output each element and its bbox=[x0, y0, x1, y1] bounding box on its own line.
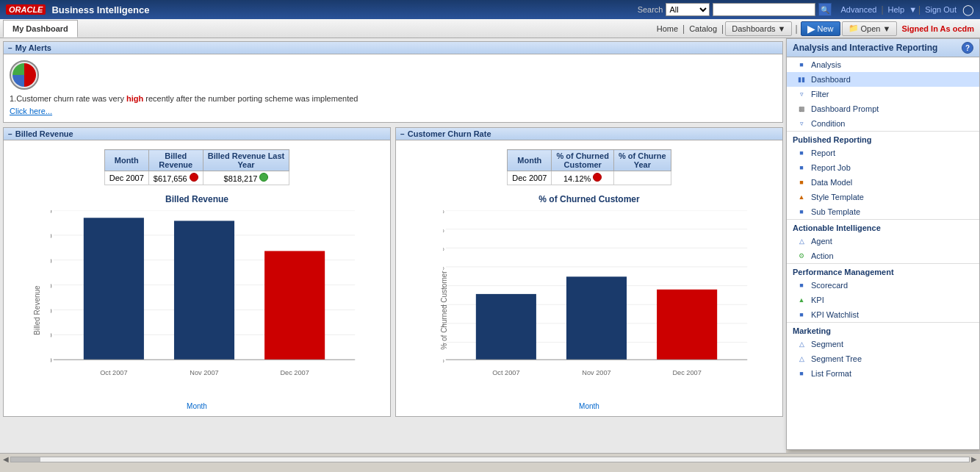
category-performance-management: Performance Management bbox=[787, 263, 979, 278]
dashboards-button[interactable]: Dashboards ▼ bbox=[725, 21, 792, 36]
col-churned-customer: % of ChurnedCustomer bbox=[552, 150, 614, 171]
scorecard-icon: ■ bbox=[796, 280, 807, 290]
dropdown-item-sub-template[interactable]: ■ Sub Template bbox=[787, 204, 979, 219]
dropdown-item-agent[interactable]: △ Agent bbox=[787, 234, 979, 248]
dropdown-item-analysis[interactable]: ■ Analysis bbox=[787, 57, 979, 72]
svg-rect-41 bbox=[657, 290, 717, 360]
alerts-header: − My Alerts bbox=[4, 42, 782, 54]
red-dot bbox=[190, 173, 198, 182]
help-button[interactable]: ? bbox=[962, 42, 973, 54]
nav-bar: My Dashboard Home | Catalog | Dashboards… bbox=[0, 19, 980, 38]
alerts-toggle[interactable]: − bbox=[8, 44, 12, 52]
home-link[interactable]: Home bbox=[654, 24, 681, 33]
billed-revenue-header: − Billed Revenue bbox=[4, 128, 390, 140]
new-icon: ▶ bbox=[807, 23, 815, 35]
category-published-reporting: Published Reporting bbox=[787, 131, 979, 146]
svg-text:$750,000.00: $750,000.00 bbox=[51, 232, 52, 240]
svg-text:12.00%: 12.00% bbox=[443, 245, 444, 252]
svg-rect-39 bbox=[476, 294, 536, 360]
dropdown-item-scorecard[interactable]: ■ Scorecard bbox=[787, 278, 979, 293]
dropdown-item-style-template[interactable]: ▲ Style Template bbox=[787, 190, 979, 204]
report-icon: ■ bbox=[796, 148, 807, 158]
help-link[interactable]: Help bbox=[885, 5, 908, 14]
churn-rate-body: Month % of ChurnedCustomer % of ChurneYe… bbox=[396, 140, 782, 416]
horizontal-scrollbar[interactable] bbox=[10, 457, 970, 462]
svg-rect-15 bbox=[174, 221, 234, 360]
click-here-link[interactable]: Click here... bbox=[10, 107, 52, 115]
churn-y-label: % of Churned Customer bbox=[440, 271, 448, 349]
dropdown-item-condition[interactable]: ▿ Condition bbox=[787, 116, 979, 131]
signed-in-label: Signed In As ocdm bbox=[898, 24, 977, 33]
tab-my-dashboard[interactable]: My Dashboard bbox=[3, 20, 78, 37]
signout-icon: ◯ bbox=[962, 4, 974, 15]
new-button[interactable]: ▶ New bbox=[801, 21, 840, 36]
svg-text:Dec 2007: Dec 2007 bbox=[280, 369, 309, 376]
billed-revenue-body: Month BilledRevenue Billed Revenue LastY… bbox=[4, 140, 390, 416]
svg-text:0.00%: 0.00% bbox=[443, 357, 444, 364]
bottom-scrollbar[interactable]: ◀ ▶ bbox=[0, 453, 980, 465]
dropdown-item-action[interactable]: ⚙ Action bbox=[787, 248, 979, 263]
condition-icon: ▿ bbox=[796, 118, 807, 129]
col-billed-revenue: BilledRevenue bbox=[148, 150, 203, 171]
dropdown-item-report[interactable]: ■ Report bbox=[787, 146, 979, 160]
dropdown-item-data-model[interactable]: ■ Data Model bbox=[787, 175, 979, 190]
col-billed-last-year: Billed Revenue LastYear bbox=[203, 150, 289, 171]
dropdown-item-dashboard[interactable]: ▮▮ Dashboard bbox=[787, 72, 979, 87]
catalog-link[interactable]: Catalog bbox=[686, 24, 720, 33]
svg-text:$150,000.00: $150,000.00 bbox=[51, 332, 52, 339]
dropdown-item-report-job[interactable]: ■ Report Job bbox=[787, 160, 979, 175]
billed-toggle[interactable]: − bbox=[8, 130, 12, 138]
oracle-logo: ORACLE bbox=[6, 4, 46, 15]
search-button[interactable]: 🔍 bbox=[818, 3, 832, 16]
report-job-icon: ■ bbox=[796, 162, 807, 173]
svg-text:Oct 2007: Oct 2007 bbox=[100, 369, 127, 376]
billed-revenue-table: Month BilledRevenue Billed Revenue LastY… bbox=[104, 149, 290, 185]
green-dot bbox=[259, 173, 268, 182]
search-label: Search bbox=[638, 5, 663, 14]
advanced-link[interactable]: Advanced bbox=[837, 5, 879, 14]
style-template-icon: ▲ bbox=[796, 192, 807, 202]
churn-toggle[interactable]: − bbox=[400, 130, 405, 138]
churn-rate-svg: 16.00% 14.00% 12.00% 10.00% 8.00% 6.00% … bbox=[443, 210, 750, 384]
category-actionable-intelligence: Actionable Intelligence bbox=[787, 219, 979, 234]
table-row: Dec 2007 $617,656 $818,217 bbox=[104, 171, 289, 185]
table-row: Dec 2007 14.12% bbox=[508, 171, 671, 185]
dropdown-item-kpi[interactable]: ▲ KPI bbox=[787, 293, 979, 307]
signout-link[interactable]: Sign Out bbox=[922, 5, 959, 14]
churn-rate-header: − Customer Churn Rate bbox=[396, 128, 782, 140]
dropdown-item-list-format[interactable]: ■ List Format bbox=[787, 366, 979, 381]
scrollbar-thumb[interactable] bbox=[11, 457, 40, 462]
top-bar: ORACLE Business Intelligence Search All … bbox=[0, 0, 980, 19]
churn-rate-chart: % of Churned Customer bbox=[399, 207, 779, 413]
billed-revenue-chart: Billed Revenue $900,000.00 bbox=[7, 207, 387, 413]
segment-tree-icon: △ bbox=[796, 354, 807, 364]
alerts-body: 1.Customer churn rate was very high rece… bbox=[4, 54, 782, 122]
svg-text:$300,000.00: $300,000.00 bbox=[51, 307, 52, 315]
dropdown-item-segment[interactable]: △ Segment bbox=[787, 337, 979, 351]
svg-text:$900,000.00: $900,000.00 bbox=[51, 210, 52, 215]
open-button[interactable]: 📁 Open ▼ bbox=[842, 21, 898, 36]
svg-text:$0.00: $0.00 bbox=[51, 357, 52, 364]
churn-rate-section: − Customer Churn Rate Month % of Churned… bbox=[395, 127, 783, 417]
svg-rect-14 bbox=[84, 218, 144, 360]
svg-text:Nov 2007: Nov 2007 bbox=[190, 369, 218, 376]
dashboard-area: − My Alerts 1.Customer churn rate was ve… bbox=[0, 38, 786, 453]
churn-rate-table: Month % of ChurnedCustomer % of ChurneYe… bbox=[507, 149, 671, 185]
charts-row: − Billed Revenue Month BilledRevenue Bil… bbox=[3, 127, 783, 417]
svg-text:$600,000.00: $600,000.00 bbox=[51, 257, 52, 265]
churn-red-dot bbox=[593, 173, 602, 182]
dropdown-item-segment-tree[interactable]: △ Segment Tree bbox=[787, 351, 979, 366]
dropdown-item-kpi-watchlist[interactable]: ■ KPI Watchlist bbox=[787, 307, 979, 322]
col-month: Month bbox=[104, 150, 148, 171]
search-input[interactable] bbox=[713, 3, 815, 16]
segment-icon: △ bbox=[796, 339, 807, 349]
svg-text:Nov 2007: Nov 2007 bbox=[582, 369, 610, 376]
search-select[interactable]: All bbox=[666, 3, 710, 16]
alert-icon bbox=[10, 60, 39, 90]
billed-x-label: Month bbox=[187, 402, 207, 410]
dropdown-item-filter[interactable]: ▿ Filter bbox=[787, 87, 979, 101]
billed-revenue-svg: $900,000.00 $750,000.00 $600,000.00 $450… bbox=[51, 210, 358, 384]
alerts-section: − My Alerts 1.Customer churn rate was ve… bbox=[3, 41, 783, 123]
dropdown-item-dashboard-prompt[interactable]: ▩ Dashboard Prompt bbox=[787, 101, 979, 116]
kpi-icon: ▲ bbox=[796, 295, 807, 305]
